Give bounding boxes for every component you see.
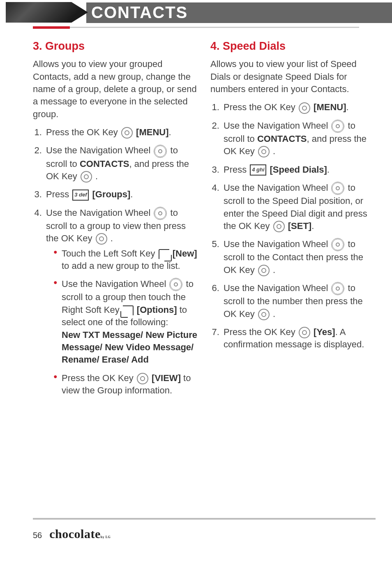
nav-wheel-icon bbox=[331, 120, 344, 133]
label: [Speed Dials] bbox=[267, 164, 327, 175]
step: Press the OK Key [Yes]. A confirmation m… bbox=[222, 326, 376, 351]
ok-key-icon bbox=[299, 327, 310, 338]
step: Press 3 def [Groups]. bbox=[44, 188, 198, 201]
text: Use the Navigation Wheel bbox=[46, 145, 153, 155]
text: Press bbox=[46, 189, 71, 199]
right-soft-key-icon bbox=[123, 305, 134, 315]
bullet: Touch the Left Soft Key [New] to add a n… bbox=[53, 247, 198, 273]
nav-wheel-icon bbox=[331, 182, 344, 195]
page-number: 56 bbox=[33, 531, 42, 540]
ok-key-icon bbox=[258, 265, 270, 276]
step: Use the Navigation Wheel to scroll to th… bbox=[222, 238, 376, 276]
bullet: Use the Navigation Wheel to scroll to a … bbox=[53, 278, 198, 366]
ok-key-icon bbox=[96, 233, 107, 245]
label: [VIEW] bbox=[149, 373, 181, 383]
text: . bbox=[169, 127, 171, 137]
text: Press the OK Key bbox=[62, 373, 136, 383]
nav-wheel-icon bbox=[154, 145, 167, 158]
text: . bbox=[327, 164, 330, 175]
brand-text: chocolate bbox=[49, 527, 100, 541]
section-title-speed-dials: 4. Speed Dials bbox=[210, 39, 376, 54]
ok-key-icon bbox=[137, 373, 148, 384]
bullet: Press the OK Key [VIEW] to view the Grou… bbox=[53, 372, 198, 397]
ok-key-icon bbox=[258, 146, 270, 157]
text: . bbox=[108, 233, 113, 243]
content: 3. Groups Allows you to view your groupe… bbox=[0, 28, 392, 402]
text: . bbox=[346, 102, 349, 112]
ok-key-icon bbox=[258, 309, 270, 320]
header-photo bbox=[6, 2, 88, 23]
text: Press the OK Key bbox=[224, 102, 298, 112]
text: Use the Navigation Wheel bbox=[224, 120, 330, 131]
brand-logo: chocolateby LG bbox=[49, 527, 111, 541]
speed-dials-steps: Press the OK Key [MENU]. Use the Navigat… bbox=[210, 101, 376, 351]
text: . bbox=[130, 189, 133, 199]
text: Use the Navigation Wheel bbox=[224, 283, 330, 293]
step: Use the Navigation Wheel to scroll to CO… bbox=[44, 144, 198, 183]
brand-sub: by LG bbox=[101, 535, 111, 539]
page-footer: 56 chocolateby LG bbox=[33, 518, 376, 541]
step: Use the Navigation Wheel to scroll to th… bbox=[222, 182, 376, 232]
label: CONTACTS bbox=[257, 134, 307, 144]
ok-key-icon bbox=[273, 221, 285, 232]
text: Press bbox=[224, 164, 249, 175]
label: [Yes] bbox=[311, 327, 335, 337]
text: . bbox=[270, 265, 275, 275]
label: [MENU] bbox=[311, 102, 346, 112]
section-title-groups: 3. Groups bbox=[33, 39, 198, 54]
label: [New] bbox=[170, 248, 197, 259]
text: Use the Navigation Wheel bbox=[224, 183, 330, 193]
ok-key-icon bbox=[81, 171, 92, 183]
ok-key-icon bbox=[299, 102, 310, 114]
text: . bbox=[93, 171, 98, 181]
text: Touch the Left Soft Key bbox=[62, 248, 158, 259]
speed-dials-intro: Allows you to view your list of Speed Di… bbox=[210, 58, 376, 95]
text: . bbox=[311, 221, 314, 231]
groups-steps: Press the OK Key [MENU]. Use the Navigat… bbox=[33, 126, 198, 397]
options-list: New TXT Message/ New Picture Message/ Ne… bbox=[62, 330, 197, 365]
step: Use the Navigation Wheel to scroll to th… bbox=[222, 282, 376, 320]
label: CONTACTS bbox=[80, 159, 129, 169]
text: Use the Navigation Wheel bbox=[62, 279, 168, 289]
step: Press the OK Key [MENU]. bbox=[222, 101, 376, 113]
left-soft-key-icon bbox=[159, 249, 169, 259]
text: Use the Navigation Wheel bbox=[224, 239, 330, 249]
right-column: 4. Speed Dials Allows you to view your l… bbox=[210, 36, 376, 402]
step: Press 4 ghi [Speed Dials]. bbox=[222, 164, 376, 176]
text: Press the OK Key bbox=[46, 127, 120, 137]
text: Use the Navigation Wheel bbox=[46, 208, 153, 218]
step: Use the Navigation Wheel to scroll to CO… bbox=[222, 120, 376, 158]
groups-sub-bullets: Touch the Left Soft Key [New] to add a n… bbox=[46, 247, 198, 397]
ok-key-icon bbox=[121, 127, 133, 139]
groups-intro: Allows you to view your grouped Contacts… bbox=[33, 58, 198, 120]
footer-divider bbox=[33, 518, 376, 520]
text: to add a new group to the list. bbox=[62, 261, 180, 271]
label: [Options] bbox=[134, 305, 177, 315]
nav-wheel-icon bbox=[331, 238, 344, 251]
nav-wheel-icon bbox=[331, 282, 344, 295]
label: [MENU] bbox=[134, 127, 169, 137]
nav-wheel-icon bbox=[154, 207, 167, 220]
page-title: CONTACTS bbox=[91, 3, 188, 22]
nav-wheel-icon bbox=[169, 278, 182, 291]
label: [SET] bbox=[286, 221, 312, 231]
key-4-icon: 4 ghi bbox=[250, 164, 266, 176]
step: Use the Navigation Wheel to scroll to a … bbox=[44, 207, 198, 397]
key-3-icon: 3 def bbox=[72, 190, 89, 201]
text: . bbox=[270, 309, 275, 319]
text: Press the OK Key bbox=[224, 327, 298, 337]
page-header: CONTACTS bbox=[0, 0, 392, 25]
step: Press the OK Key [MENU]. bbox=[44, 126, 198, 139]
label: [Groups] bbox=[90, 189, 130, 199]
text: . bbox=[270, 146, 275, 156]
left-column: 3. Groups Allows you to view your groupe… bbox=[33, 36, 198, 402]
